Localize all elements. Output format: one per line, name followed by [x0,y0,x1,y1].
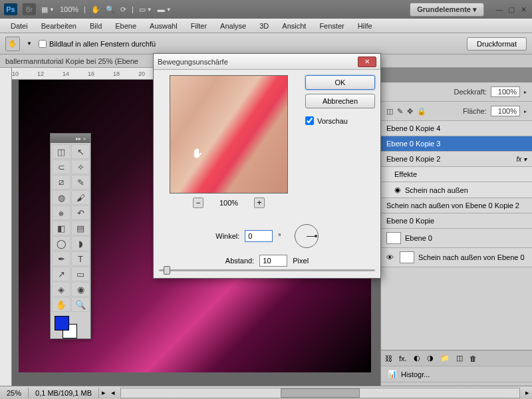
menu-filter[interactable]: Filter [184,20,213,32]
maximize-icon[interactable]: ▢ [507,5,516,14]
pen-tool-icon[interactable]: ✒ [52,251,70,266]
caret-icon[interactable]: ▸ [99,388,108,397]
folder-icon[interactable]: 📁 [440,354,450,362]
angle-input[interactable] [245,230,273,242]
toolbox[interactable]: ▸▸ × ◫ ↖ ⊂ ✧ ⧄ ✎ ◍ 🖌 ⎈ ↶ ◧ ▤ ◯ ◗ ✒ T ↗ ▭… [50,133,91,339]
cancel-button[interactable]: Abbrechen [305,94,375,108]
hand-tool-icon[interactable]: ✋ [52,297,70,312]
caret-icon[interactable]: ▸ [524,89,527,95]
dropdown-caret-icon[interactable]: ▼ [27,41,32,47]
collapse-icon[interactable]: ▸▸ [76,136,81,141]
status-size[interactable]: 0,1 MB/109,1 MB [29,388,99,398]
menu-fenster[interactable]: Fenster [313,20,350,32]
layer-item[interactable]: Ebene 0 [381,229,532,248]
lock-transparent-icon[interactable]: ◫ [386,107,393,116]
menu-analyse[interactable]: Analyse [213,20,253,32]
hand-tool-icon[interactable]: ✋ [91,5,100,14]
dialog-close-button[interactable]: ✕ [358,57,376,67]
caret-icon[interactable]: ▸ [524,108,527,114]
move-tool-icon[interactable]: ↖ [71,144,90,159]
layer-item[interactable]: Schein nach außen von Ebene 0 Kopie 2 [381,198,532,213]
layer-item[interactable]: Ebene 0 Kopie 3 [381,136,532,152]
print-format-button[interactable]: Druckformat [467,37,527,51]
zoom-in-button[interactable]: + [254,198,265,208]
scroll-right-icon[interactable]: ▸ [523,388,532,397]
zoom-out-button[interactable]: − [193,198,203,208]
new-layer-icon[interactable]: ◫ [456,354,463,362]
layer-effects-header[interactable]: Effekte [381,167,532,182]
heal-tool-icon[interactable]: ◍ [52,190,70,205]
layer-item[interactable]: Ebene 0 Kopie [381,213,532,229]
ruler-vertical[interactable] [0,68,12,399]
horizontal-scrollbar[interactable] [120,388,520,398]
menu-ebene[interactable]: Ebene [108,20,143,32]
preview-checkbox[interactable]: Vorschau [305,116,375,125]
opacity-input[interactable]: 100% [491,86,520,97]
stamp-tool-icon[interactable]: ⎈ [52,205,70,220]
lock-move-icon[interactable]: ✥ [407,107,413,116]
minimize-icon[interactable]: — [495,5,504,14]
layout-icon[interactable]: ▦▼ [41,5,55,14]
panel-tabs[interactable] [381,68,532,82]
trash-icon[interactable]: 🗑 [469,354,477,362]
status-zoom[interactable]: 25% [0,388,29,398]
layer-item[interactable]: Ebene 0 Kopie 4 [381,121,532,136]
bridge-logo-icon[interactable]: Br [23,3,36,15]
3d-cam-icon[interactable]: ◉ [71,282,90,297]
marquee-tool-icon[interactable]: ◫ [52,144,70,159]
slider-thumb[interactable] [164,266,170,275]
lock-all-icon[interactable]: 🔒 [417,107,426,116]
rotate-icon[interactable]: ⟳ [120,5,126,14]
toolbox-header[interactable]: ▸▸ × [51,134,90,143]
crop-tool-icon[interactable]: ⧄ [52,175,70,190]
fx-badge[interactable]: fx ▾ [516,156,527,163]
shape-tool-icon[interactable]: ▭ [71,267,90,281]
screen-icon[interactable]: ▬▼ [158,5,172,13]
menu-auswahl[interactable]: Auswahl [143,20,184,32]
lock-brush-icon[interactable]: ✎ [397,107,403,116]
layer-item[interactable]: Ebene 0 Kopie 2fx ▾ [381,152,532,167]
zoom-tool-icon[interactable]: 🔍 [106,5,115,14]
ok-button[interactable]: OK [305,75,375,90]
blur-tool-icon[interactable]: ◯ [52,236,70,251]
workspace-switcher[interactable]: Grundelemente ▾ [410,3,484,17]
menu-hilfe[interactable]: Hilfe [351,20,379,32]
scroll-all-checkbox[interactable]: Bildlauf in allen Fenstern durchfü [39,40,156,48]
link-icon[interactable]: ⛓ [385,354,392,362]
menu-datei[interactable]: Datei [4,20,35,32]
visibility-icon[interactable]: 👁 [386,253,396,261]
foreground-color-swatch[interactable] [55,316,69,331]
adjust-icon[interactable]: ◑ [427,354,434,362]
layer-effect-item[interactable]: ◉ Schein nach außen [381,182,532,198]
eraser-tool-icon[interactable]: ◧ [52,221,70,235]
path-tool-icon[interactable]: ↗ [52,267,70,281]
fx-icon[interactable]: fx. [399,354,407,362]
menu-3d[interactable]: 3D [253,20,275,32]
angle-dial[interactable] [295,224,319,248]
dialog-titlebar[interactable]: Bewegungsunschärfe ✕ [154,54,380,70]
menu-ansicht[interactable]: Ansicht [275,20,313,32]
fill-input[interactable]: 100% [491,106,520,116]
history-brush-icon[interactable]: ↶ [71,205,90,220]
zoom-tool-icon[interactable]: 🔍 [71,297,90,312]
dodge-tool-icon[interactable]: ◗ [71,236,90,251]
brush-tool-icon[interactable]: 🖌 [71,190,90,205]
type-tool-icon[interactable]: T [71,251,90,266]
layer-item[interactable]: 👁Schein nach außen von Ebene 0 [381,248,532,267]
zoom-level[interactable]: 100% [60,5,78,13]
gradient-tool-icon[interactable]: ▤ [71,221,90,235]
mask-icon[interactable]: ◐ [414,354,420,362]
distance-slider[interactable] [159,269,375,271]
arrange-icon[interactable]: ▭▼ [139,5,152,14]
histogram-panel-tab[interactable]: 📊Histogr... [381,366,532,382]
scroll-left-icon[interactable]: ◂ [108,388,118,397]
close-icon[interactable]: ✕ [519,5,528,14]
close-icon[interactable]: × [83,136,88,141]
3d-tool-icon[interactable]: ◈ [52,282,70,297]
lasso-tool-icon[interactable]: ⊂ [52,160,70,174]
menu-bearbeiten[interactable]: Bearbeiten [35,20,83,32]
photoshop-logo-icon[interactable]: Ps [4,3,17,15]
distance-input[interactable] [259,255,287,267]
menu-bild[interactable]: Bild [83,20,108,32]
wand-tool-icon[interactable]: ✧ [71,160,90,174]
